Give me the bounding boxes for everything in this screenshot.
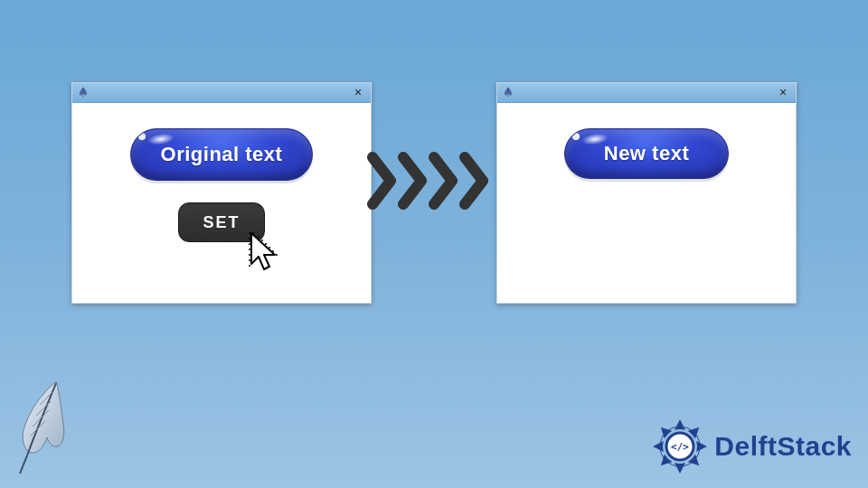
set-button[interactable]: SET: [178, 202, 265, 242]
close-icon[interactable]: ×: [776, 85, 790, 99]
svg-point-19: [679, 423, 682, 426]
svg-point-10: [272, 250, 274, 252]
window-after: × New text: [496, 82, 797, 304]
svg-point-22: [694, 460, 697, 463]
feather-icon: [501, 84, 515, 100]
window-body: New text: [497, 103, 796, 303]
diagram-stage: × Original text SET: [0, 0, 868, 488]
svg-point-13: [261, 239, 263, 241]
brand-wordmark: DelftStack: [714, 431, 852, 462]
svg-point-5: [249, 249, 250, 250]
svg-point-24: [664, 460, 666, 463]
titlebar: ×: [497, 83, 796, 103]
svg-point-21: [701, 445, 703, 447]
svg-point-23: [679, 466, 682, 469]
brand-logo-icon: </>: [651, 418, 709, 475]
arrow-sequence: [367, 152, 501, 210]
svg-text:</>: </>: [671, 441, 689, 453]
window-body: Original text SET: [72, 103, 371, 303]
titlebar: ×: [72, 83, 371, 103]
window-before: × Original text SET: [71, 82, 372, 304]
svg-point-26: [664, 429, 666, 432]
svg-point-4: [249, 243, 250, 245]
svg-point-6: [249, 254, 250, 256]
svg-point-12: [265, 243, 267, 245]
brand: </> DelftStack: [651, 418, 852, 475]
set-button-label: SET: [203, 213, 240, 232]
svg-point-11: [269, 247, 270, 249]
original-text-button[interactable]: Original text: [130, 128, 313, 181]
new-text-button[interactable]: New text: [564, 128, 729, 179]
svg-point-9: [276, 254, 278, 256]
feather-graphic: [13, 378, 71, 477]
close-icon[interactable]: ×: [351, 85, 365, 99]
svg-point-20: [694, 429, 697, 432]
feather-icon: [76, 84, 90, 100]
chevron-right-icon: [459, 152, 495, 210]
svg-point-25: [657, 445, 660, 447]
svg-point-7: [249, 259, 250, 261]
button-label: New text: [604, 142, 689, 165]
svg-point-8: [249, 265, 250, 267]
button-label: Original text: [161, 143, 283, 166]
